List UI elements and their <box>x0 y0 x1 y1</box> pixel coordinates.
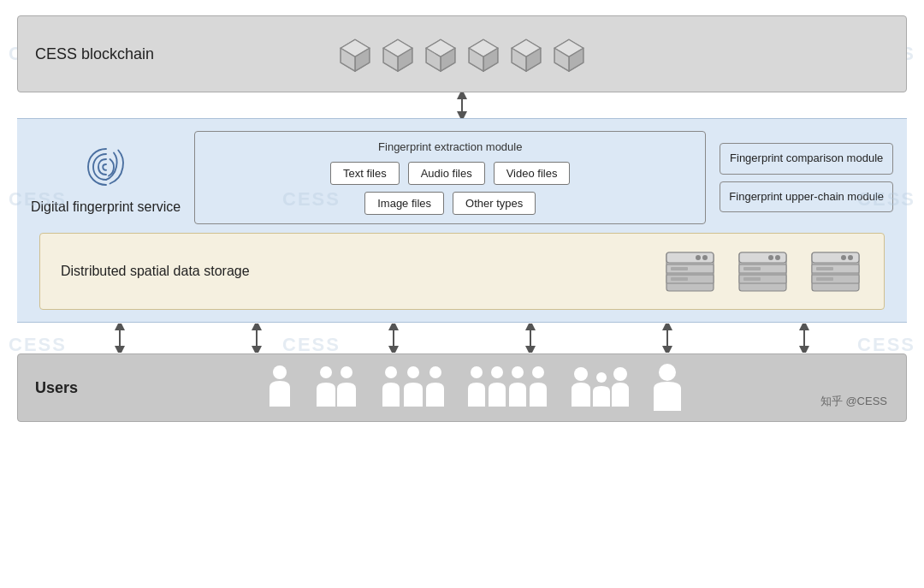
extraction-module: Fingerprint extraction module Text files… <box>194 131 706 224</box>
svg-point-66 <box>429 366 441 378</box>
svg-point-51 <box>848 255 853 260</box>
svg-rect-38 <box>671 277 688 281</box>
storage-layer: Distributed spatial data storage <box>39 233 885 310</box>
server-icon-1 <box>662 248 718 295</box>
extraction-module-title: Fingerprint extraction module <box>207 140 693 153</box>
file-type-other: Other types <box>453 192 536 215</box>
svg-rect-46 <box>743 277 761 281</box>
bidirectional-arrow-4 <box>524 324 537 353</box>
svg-point-74 <box>659 364 676 381</box>
user-figure-4 <box>466 364 548 412</box>
middle-section: Digital fingerprint service Fingerprint … <box>17 118 907 323</box>
cube-icon-4 <box>465 36 501 72</box>
dfs-title-area: Digital fingerprint service <box>31 141 181 215</box>
svg-point-52 <box>841 255 846 260</box>
svg-point-61 <box>273 365 287 379</box>
bidirectional-arrow-top <box>449 92 475 118</box>
blockchain-layer: CESS blockchain <box>17 15 907 92</box>
svg-point-62 <box>320 366 332 378</box>
bidirectional-arrow-5 <box>660 324 674 353</box>
bidirectional-arrow-6 <box>797 324 811 353</box>
arrow-blockchain-dfs <box>17 92 907 118</box>
user-figure-2 <box>314 364 360 412</box>
svg-point-67 <box>471 366 483 378</box>
svg-point-64 <box>385 366 397 378</box>
attribution-badge: 知乎 @CESS <box>820 394 887 409</box>
bidirectional-arrow-2 <box>250 324 264 353</box>
main-wrapper: CESS CESS CESS CESS CESS CESS CESS CESS … <box>0 0 924 588</box>
svg-point-35 <box>702 255 708 260</box>
blockchain-icons <box>18 36 906 72</box>
svg-rect-53 <box>816 267 833 270</box>
fingerprint-icon <box>80 141 132 193</box>
svg-point-65 <box>407 366 419 378</box>
file-types-row-2: Image files Other types <box>207 192 693 215</box>
server-icon-3 <box>808 248 863 295</box>
svg-point-71 <box>574 367 588 381</box>
svg-rect-45 <box>743 267 761 270</box>
svg-point-68 <box>491 366 503 378</box>
users-title: Users <box>35 379 112 397</box>
file-type-video: Video files <box>494 162 571 185</box>
dfs-title: Digital fingerprint service <box>31 199 181 215</box>
users-layer: Users <box>17 353 907 422</box>
file-types-row-1: Text files Audio files Video files <box>207 162 693 185</box>
file-type-audio: Audio files <box>408 162 485 185</box>
svg-point-43 <box>775 255 780 260</box>
server-icon-2 <box>735 248 791 295</box>
right-modules: Fingerprint comparison module Fingerprin… <box>720 143 893 211</box>
user-figure-1 <box>266 364 293 412</box>
upperchain-module: Fingerprint upper-chain module <box>720 181 893 212</box>
svg-point-72 <box>596 372 607 383</box>
user-figures <box>266 363 735 413</box>
svg-point-63 <box>341 366 352 378</box>
svg-point-36 <box>696 255 701 260</box>
svg-point-44 <box>768 255 773 260</box>
cube-icon-3 <box>423 36 459 72</box>
file-type-text: Text files <box>330 162 400 185</box>
bidirectional-arrow-3 <box>387 324 400 353</box>
multi-arrow-row <box>17 323 907 353</box>
dfs-row: Digital fingerprint service Fingerprint … <box>31 131 893 224</box>
comparison-module: Fingerprint comparison module <box>720 143 893 174</box>
cube-icon-1 <box>337 36 373 72</box>
svg-point-70 <box>532 366 544 378</box>
file-type-image: Image files <box>364 192 444 215</box>
file-types-grid: Text files Audio files Video files Image… <box>207 162 693 215</box>
svg-rect-54 <box>816 277 833 281</box>
user-figure-5 <box>569 364 631 412</box>
user-figure-3 <box>381 364 446 412</box>
svg-point-73 <box>613 367 627 381</box>
server-icons <box>662 248 863 295</box>
svg-rect-37 <box>671 267 688 270</box>
svg-point-69 <box>512 366 524 378</box>
bidirectional-arrow-1 <box>113 324 127 353</box>
user-figure-6 <box>651 363 684 413</box>
storage-title: Distributed spatial data storage <box>61 264 250 279</box>
cube-icon-5 <box>508 36 544 72</box>
cube-icon-2 <box>380 36 416 72</box>
cube-icon-6 <box>551 36 587 72</box>
